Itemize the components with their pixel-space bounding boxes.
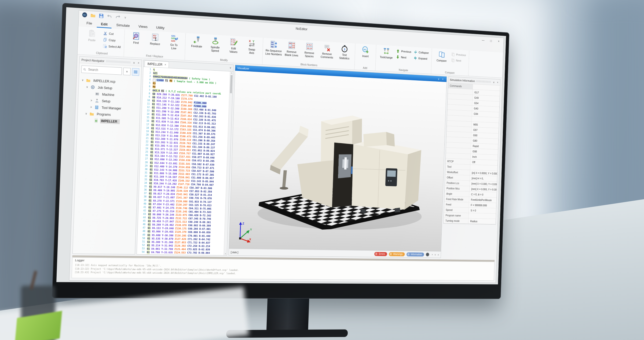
- sim-row-value: [mm] X = 0.000, Y = 0.000,: [470, 186, 497, 192]
- remove-comments-button[interactable]: Remove Comments: [318, 42, 336, 59]
- tab-list-chevron-icon[interactable]: ∨: [229, 66, 231, 69]
- re-sequence-line-numbers-button[interactable]: N1N3N2Re-Sequence Line Numbers: [265, 39, 283, 56]
- swap-axis-button[interactable]: XYSwap Axis: [243, 38, 261, 55]
- button-label: Previous: [456, 53, 466, 56]
- close-icon[interactable]: ×: [432, 253, 433, 256]
- navigator-menu-button[interactable]: [132, 68, 140, 76]
- sim-row-value: Off: [470, 159, 475, 165]
- insert-button[interactable]: NCInsert: [357, 45, 374, 58]
- close-tab-icon[interactable]: ×: [164, 63, 166, 66]
- line-number: 35: [139, 185, 149, 189]
- save-icon[interactable]: [98, 13, 104, 19]
- svg-text:G0: G0: [289, 46, 291, 49]
- find-button[interactable]: Find: [127, 31, 145, 45]
- ribbon-tab-edit[interactable]: Edit: [97, 21, 112, 28]
- tree-collapse-icon[interactable]: ∨: [85, 85, 89, 89]
- chevron-down-icon[interactable]: ∨: [437, 77, 441, 80]
- customize-toolbar-chevron-icon[interactable]: ∨: [123, 16, 127, 20]
- replace-button[interactable]: XUY0Replace: [146, 32, 165, 46]
- sim-row-value: G98: [471, 149, 477, 154]
- compare-button[interactable]: Compare: [434, 49, 450, 63]
- select-all-button[interactable]: Select All: [102, 43, 122, 50]
- cut-button[interactable]: Cut: [102, 30, 122, 37]
- spindle-speed-icon: [211, 37, 219, 45]
- chevron-down-icon[interactable]: ∨: [434, 253, 436, 256]
- chevron-down-icon[interactable]: ∨: [133, 61, 136, 64]
- svg-text:Y: Y: [253, 39, 255, 43]
- scrollbar-thumb[interactable]: [230, 75, 233, 93]
- ribbon-tab-views[interactable]: Views: [134, 23, 152, 31]
- ribbon-tab-utility[interactable]: Utility: [152, 24, 169, 32]
- next-button[interactable]: Next: [395, 54, 412, 60]
- close-icon[interactable]: ×: [496, 81, 499, 84]
- panel-drag-handle[interactable]: [477, 80, 491, 83]
- tab-impeller[interactable]: IMPELLER ×: [144, 60, 169, 68]
- button-label: Expand: [418, 57, 427, 60]
- tree-expand-icon[interactable]: >: [89, 106, 93, 108]
- program-icon: [94, 118, 99, 123]
- code-editor-panel: IMPELLER × ∨ 1%2G213G90G17G40G80G54G50G9…: [137, 60, 234, 255]
- previous-button[interactable]: Previous: [395, 48, 412, 54]
- text-statistics-button[interactable]: 3Text Statistics: [336, 44, 353, 60]
- ribbon-tab-file[interactable]: File: [82, 20, 96, 27]
- search-input[interactable]: [87, 67, 120, 73]
- next-button[interactable]: Next: [450, 57, 467, 64]
- tree-item-label: Tool Manager: [101, 105, 122, 111]
- fold-collapse-icon[interactable]: −: [153, 79, 156, 82]
- toolchange-icon: [383, 47, 390, 55]
- edit-values-button[interactable]: X 0.1Y 0.2Z 0.3Edit Values: [225, 37, 243, 54]
- scroll-down-icon[interactable]: ∨: [224, 253, 227, 255]
- tree-item-label: Setup: [101, 99, 112, 104]
- search-box[interactable]: [81, 66, 122, 75]
- close-icon[interactable]: ×: [137, 61, 140, 64]
- gcode-listing[interactable]: 1%2G213G90G17G40G80G54G50G98G94 ( Safety…: [137, 67, 230, 255]
- button-label: Remove Comments: [321, 52, 333, 59]
- warnings-badge[interactable]: !Warnings: [389, 252, 405, 256]
- status-dot-icon[interactable]: [426, 253, 429, 256]
- arrow-up-icon: [396, 49, 400, 53]
- arrow-down-icon: [396, 55, 400, 59]
- line-number: 55: [137, 254, 147, 255]
- sim-row-value: Inch: [471, 154, 477, 159]
- feedrate-button[interactable]: Feedrate: [188, 34, 206, 48]
- remove-blank-lines-button[interactable]: G0G0G0G0G0Remove Blank Lines: [283, 40, 301, 57]
- go-to-line-button[interactable]: G01G02G03Go To Line: [165, 33, 183, 50]
- cnc-machine-model: [243, 83, 434, 233]
- sim-row-label: [446, 142, 471, 149]
- chevron-down-icon[interactable]: ∨: [493, 81, 495, 84]
- ribbon-group-navigate: ToolchangePreviousNextCollapseExpandNavi…: [375, 45, 432, 74]
- panel-drag-handle[interactable]: [106, 60, 131, 64]
- undo-icon[interactable]: [107, 14, 112, 19]
- tree-collapse-icon[interactable]: ∨: [81, 78, 85, 82]
- line-number: 23: [141, 143, 151, 147]
- line-number: 29: [140, 164, 150, 168]
- toolchange-button[interactable]: Toolchange: [378, 46, 395, 60]
- line-number: 50: [137, 236, 147, 240]
- copy-button[interactable]: Copy: [102, 37, 122, 44]
- chevron-up-icon[interactable]: ∧: [437, 253, 439, 256]
- expand-button[interactable]: Expand: [413, 55, 430, 61]
- tree-expand-icon[interactable]: >: [90, 99, 93, 102]
- tree-collapse-icon[interactable]: ∨: [85, 112, 88, 115]
- errors-badge[interactable]: !Errors: [374, 252, 387, 256]
- remove-spaces-button[interactable]: X 0.2X0.1YRemove Spaces: [301, 41, 318, 58]
- close-button[interactable]: ×: [495, 38, 503, 45]
- svg-text:N2: N2: [271, 45, 274, 48]
- redo-icon[interactable]: [115, 14, 120, 20]
- previous-button[interactable]: Previous: [450, 52, 467, 58]
- scroll-up-icon[interactable]: ∧: [230, 72, 233, 74]
- clear-search-button[interactable]: ×: [123, 68, 131, 75]
- spindle-speed-button[interactable]: Spindle Speed: [206, 36, 224, 53]
- button-label: Edit Values: [229, 47, 238, 54]
- sim-row-label: Feed: [444, 202, 469, 207]
- close-icon[interactable]: ×: [441, 78, 445, 81]
- line-number: 42: [138, 209, 148, 213]
- 3d-viewport[interactable]: Z Y X: [229, 71, 446, 251]
- minimize-button[interactable]: —: [479, 37, 487, 44]
- maximize-button[interactable]: □: [487, 38, 495, 44]
- information-badge[interactable]: iInformation: [406, 252, 424, 256]
- simulation-information-panel: Simulation Information ∨ × CommandsG17G4…: [443, 77, 500, 225]
- open-file-icon[interactable]: [90, 13, 96, 18]
- paste-button[interactable]: Paste: [82, 28, 102, 42]
- collapse-button[interactable]: Collapse: [413, 49, 430, 55]
